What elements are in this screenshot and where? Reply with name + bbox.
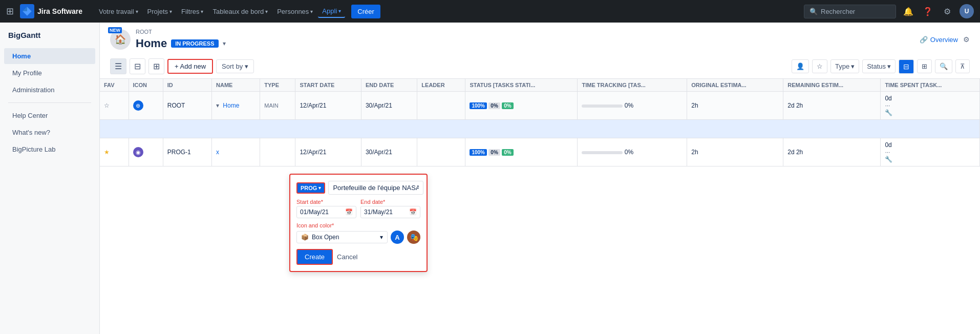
app-logo[interactable]: Jira Software bbox=[20, 4, 82, 18]
sidebar-item-whatsnew[interactable]: What's new? bbox=[4, 124, 95, 140]
table-row-selected bbox=[100, 120, 980, 138]
status-dropdown-icon[interactable]: ▾ bbox=[223, 40, 226, 47]
sidebar-item-administration[interactable]: Administration bbox=[4, 82, 95, 98]
new-badge: NEW bbox=[108, 27, 122, 33]
overview-button[interactable]: 🔗 Overview bbox=[920, 36, 958, 44]
col-original-est: ORIGINAL ESTIMA... bbox=[687, 79, 783, 92]
menu-projets[interactable]: Projets ▾ bbox=[143, 6, 176, 17]
sidebar-item-myprofile[interactable]: My Profile bbox=[4, 65, 95, 81]
search-box[interactable]: 🔍 Rechercher bbox=[804, 5, 896, 18]
chevron-down-icon: ▾ bbox=[265, 9, 268, 14]
row-name-link[interactable]: x bbox=[216, 149, 219, 156]
col-fav: FAV bbox=[100, 79, 129, 92]
apps-icon[interactable]: ⊞ bbox=[6, 6, 14, 17]
sort-button[interactable]: Sort by ▾ bbox=[216, 59, 254, 73]
help-icon[interactable]: ❓ bbox=[921, 4, 935, 18]
menu-votre-travail[interactable]: Votre travail ▾ bbox=[95, 6, 142, 17]
star-filter-button[interactable]: ☆ bbox=[812, 59, 827, 73]
color-option-avatar[interactable]: 🎭 bbox=[407, 231, 420, 244]
start-date-input[interactable]: 01/May/21 📅 bbox=[296, 206, 356, 218]
cell-time-spent: 0d ··· 🔧 bbox=[881, 138, 980, 166]
chevron-down-icon: ▾ bbox=[245, 62, 248, 70]
menu-appli[interactable]: Appli ▾ bbox=[318, 5, 345, 18]
progress-bar bbox=[582, 105, 623, 108]
cell-id: ROOT bbox=[163, 92, 211, 120]
col-name: NAME bbox=[212, 79, 260, 92]
cell-id: PROG-1 bbox=[163, 138, 211, 166]
view-list-button[interactable]: ☰ bbox=[110, 58, 126, 74]
settings-icon[interactable]: ⚙ bbox=[940, 4, 954, 18]
sidebar-item-bigpicturelab[interactable]: BigPicture Lab bbox=[4, 141, 95, 157]
cell-name[interactable]: x bbox=[212, 138, 260, 166]
row-name-link[interactable]: Home bbox=[223, 102, 239, 109]
overview-icon: 🔗 bbox=[920, 36, 928, 44]
end-date-input[interactable]: 31/May/21 📅 bbox=[360, 206, 420, 218]
avatar[interactable]: U bbox=[960, 4, 974, 18]
cell-name[interactable]: ▾ Home bbox=[212, 92, 260, 120]
status-badge-0a: 0% bbox=[488, 149, 500, 156]
cell-fav[interactable]: ★ bbox=[100, 138, 129, 166]
columns-icon-button[interactable]: ⊞ bbox=[917, 59, 932, 73]
menu-personnes[interactable]: Personnes ▾ bbox=[273, 6, 317, 17]
col-remaining-est: REMAINING ESTIM... bbox=[783, 79, 881, 92]
color-option-blue[interactable]: A bbox=[391, 231, 404, 244]
sidebar: BigGantt Home My Profile Administration … bbox=[0, 23, 100, 334]
cell-icon: ◉ bbox=[129, 138, 163, 166]
chevron-down-icon: ▾ bbox=[318, 185, 321, 191]
create-button[interactable]: Créer bbox=[351, 5, 380, 18]
row-actions[interactable]: ··· bbox=[885, 102, 975, 109]
cell-rem-est: 2d 2h bbox=[783, 92, 881, 120]
col-type: TYPE bbox=[260, 79, 295, 92]
edit-icon[interactable]: 🔧 bbox=[885, 156, 892, 163]
progress-bar bbox=[582, 151, 623, 154]
filter-icon-button[interactable]: ⊟ bbox=[899, 59, 914, 74]
breadcrumb: ROOT bbox=[136, 29, 226, 35]
page-settings-icon[interactable]: ⚙ bbox=[963, 35, 970, 44]
menu-tableaux[interactable]: Tableaux de bord ▾ bbox=[208, 6, 272, 17]
icon-select-dropdown[interactable]: 📦 Box Open ▾ bbox=[296, 231, 388, 243]
icon-color-row: 📦 Box Open ▾ A 🎭 bbox=[296, 231, 420, 244]
chevron-down-icon: ▾ bbox=[136, 9, 138, 14]
task-name-input[interactable] bbox=[328, 181, 423, 195]
edit-icon[interactable]: 🔧 bbox=[885, 109, 892, 116]
collapse-button[interactable]: ⊼ bbox=[955, 59, 970, 73]
view-columns-button[interactable]: ⊞ bbox=[148, 58, 164, 74]
cell-time-tracking: 0% bbox=[578, 138, 687, 166]
expand-icon[interactable]: ▾ bbox=[216, 102, 219, 109]
sidebar-item-helpcenter[interactable]: Help Center bbox=[4, 108, 95, 123]
status-badge[interactable]: IN PROGRESS bbox=[171, 39, 218, 48]
menu-filtres[interactable]: Filtres ▾ bbox=[177, 6, 207, 17]
prog-type-button[interactable]: PROG ▾ bbox=[296, 182, 325, 194]
topnav: ⊞ Jira Software Votre travail ▾ Projets … bbox=[0, 0, 980, 23]
view-compact-button[interactable]: ⊟ bbox=[130, 58, 145, 74]
search-table-button[interactable]: 🔍 bbox=[935, 59, 952, 73]
chevron-down-icon: ▾ bbox=[380, 234, 383, 241]
sidebar-item-home[interactable]: Home bbox=[4, 48, 95, 64]
start-date-label: Start date* bbox=[296, 199, 356, 205]
col-leader: LEADER bbox=[417, 79, 465, 92]
toolbar-right: 👤 ☆ Type ▾ Status ▾ ⊟ ⊞ 🔍 ⊼ bbox=[792, 59, 970, 74]
user-filter-button[interactable]: 👤 bbox=[792, 59, 809, 73]
type-filter-button[interactable]: Type ▾ bbox=[830, 59, 859, 73]
col-id: ID bbox=[163, 79, 211, 92]
row-icon-purple: ◉ bbox=[133, 147, 143, 157]
add-new-button[interactable]: + Add new bbox=[167, 59, 213, 74]
inline-form: PROG ▾ Start date* 01/May/21 📅 bbox=[289, 174, 428, 272]
row-actions[interactable]: ··· bbox=[885, 149, 975, 156]
cell-type bbox=[260, 138, 295, 166]
status-filter-button[interactable]: Status ▾ bbox=[862, 59, 896, 73]
gantt-table: FAV ICON ID NAME TYPE START DATE END DAT… bbox=[100, 79, 980, 166]
col-icon: ICON bbox=[129, 79, 163, 92]
chevron-down-icon: ▾ bbox=[887, 62, 891, 70]
chevron-down-icon: ▾ bbox=[169, 9, 172, 14]
status-badge-100: 100% bbox=[470, 102, 487, 109]
notifications-icon[interactable]: 🔔 bbox=[901, 4, 915, 18]
table-row: ★ ◉ PROG-1 x 12/Apr/21 30/Apr/21 100% 0% bbox=[100, 138, 980, 166]
cell-fav[interactable]: ☆ bbox=[100, 92, 129, 120]
chevron-down-icon: ▾ bbox=[851, 62, 855, 70]
cancel-button[interactable]: Cancel bbox=[337, 253, 357, 261]
cell-status: 100% 0% 0% bbox=[465, 138, 578, 166]
cell-leader bbox=[417, 92, 465, 120]
create-button[interactable]: Create bbox=[296, 249, 333, 265]
col-start-date: START DATE bbox=[295, 79, 361, 92]
